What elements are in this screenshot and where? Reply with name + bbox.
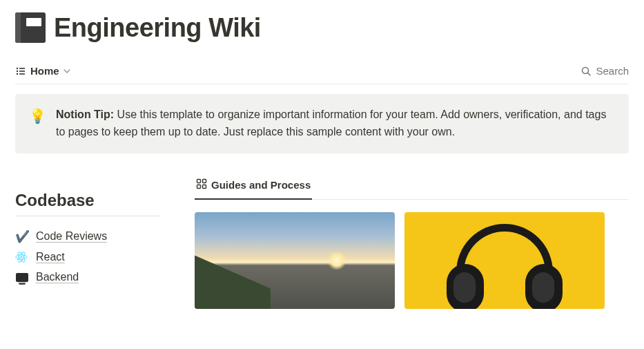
checkmark-icon: ✔️ — [15, 229, 29, 244]
sidebar-heading: Codebase — [15, 191, 160, 210]
gallery-card[interactable] — [195, 212, 395, 309]
tip-label: Notion Tip: — [56, 109, 114, 120]
sidebar-item-code-reviews[interactable]: ✔️ Code Reviews — [15, 226, 160, 247]
title-row: Engineering Wiki — [15, 12, 629, 43]
tip-body: Use this template to organize important … — [56, 109, 606, 138]
tab-guides-and-process[interactable]: Guides and Process — [195, 174, 312, 200]
notebook-icon — [15, 12, 46, 43]
list-icon — [15, 66, 26, 77]
view-switch[interactable]: Home — [15, 65, 70, 77]
sidebar: Codebase ✔️ Code Reviews React Backend — [15, 174, 160, 309]
tab-row: Guides and Process — [195, 174, 629, 200]
svg-rect-5 — [19, 73, 25, 75]
toolbar: Home Search — [15, 61, 629, 84]
page-title: Engineering Wiki — [54, 13, 261, 43]
main-column: Guides and Process — [195, 174, 629, 309]
tab-label: Guides and Process — [211, 179, 311, 191]
svg-rect-14 — [197, 185, 201, 188]
svg-rect-3 — [19, 68, 25, 69]
svg-rect-4 — [19, 70, 25, 72]
sidebar-item-label: Code Reviews — [36, 230, 107, 243]
divider — [15, 216, 160, 216]
sidebar-item-label: React — [36, 251, 65, 263]
sidebar-item-react[interactable]: React — [15, 247, 160, 267]
gallery — [195, 212, 629, 309]
sidebar-item-backend[interactable]: Backend — [15, 267, 160, 287]
svg-rect-15 — [203, 185, 206, 188]
search-icon — [580, 66, 592, 77]
svg-line-7 — [588, 73, 591, 75]
chevron-down-icon — [64, 68, 70, 75]
gallery-icon — [196, 178, 207, 191]
svg-point-1 — [17, 70, 18, 71]
svg-point-8 — [21, 256, 23, 258]
sidebar-item-label: Backend — [36, 271, 79, 283]
gallery-card[interactable] — [404, 212, 605, 309]
search-button[interactable]: Search — [580, 65, 629, 77]
svg-point-0 — [17, 67, 18, 68]
lightbulb-icon: 💡 — [29, 106, 46, 141]
svg-rect-12 — [197, 179, 201, 182]
monitor-icon — [15, 270, 29, 284]
svg-rect-13 — [203, 179, 206, 182]
search-label: Search — [596, 65, 629, 77]
headphones-image — [442, 229, 567, 309]
callout-text: Notion Tip: Use this template to organiz… — [56, 106, 612, 141]
view-label: Home — [30, 65, 59, 77]
content-row: Codebase ✔️ Code Reviews React Backend — [15, 174, 629, 309]
svg-point-2 — [17, 73, 18, 74]
tip-callout: 💡 Notion Tip: Use this template to organ… — [15, 94, 629, 153]
react-icon — [15, 251, 29, 263]
